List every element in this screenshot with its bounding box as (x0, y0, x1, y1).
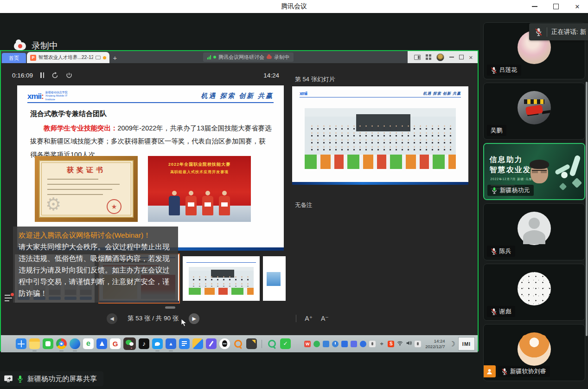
video-overlay-line1: 信息助力 (490, 155, 523, 165)
elapsed-timer: 0:16:09 (12, 72, 33, 79)
sogou-input-icon[interactable] (388, 341, 394, 347)
taskbar-app-icons (16, 337, 291, 350)
ppt-file-icon: P (30, 55, 36, 61)
blue-t-app-icon[interactable] (96, 338, 107, 349)
webinar-rules-text: 请大家共同维护大会秩序。会议过程中禁止出现违法违规、低俗色情、吸烟酗酒等内容，若… (19, 241, 173, 299)
file-explorer-icon[interactable] (29, 338, 40, 349)
new-tab-button[interactable]: + (109, 52, 121, 63)
webinar-notice-overlay: 欢迎进入腾讯会议网络研讨会(Webinar)！ 请大家共同维护大会秩序。会议过程… (13, 227, 178, 303)
chrome-icon[interactable] (56, 338, 67, 349)
annotation-list-icon[interactable] (5, 294, 13, 302)
sogou-search-icon[interactable] (233, 338, 243, 349)
edge-icon[interactable] (70, 338, 80, 349)
mic-muted-icon (491, 248, 497, 255)
green-tray-icon[interactable] (313, 341, 320, 347)
taskbar-clock[interactable]: 14:24 2022/12/7 (425, 338, 445, 349)
badge-row: 新疆软协刘睿 (484, 365, 550, 377)
blue-tray-icon[interactable] (323, 341, 329, 347)
speaking-now-label: 正在讲话: 新 (551, 28, 586, 36)
school-logo-subtext: 新疆移动信息学院 Xinjiang Mobile IT Institute (45, 91, 78, 101)
screen-share-frame: 首页 P 智慧农业人才培养...22-12-7) + 腾讯会议网络研讨会 录制中 (0, 50, 479, 351)
dark-notebook-icon[interactable] (246, 338, 257, 349)
meeting-app-area: 录制中 首页 P 智慧农业人才培养...22-12-7) + (0, 13, 588, 389)
close-button[interactable] (567, 0, 588, 13)
bluetooth-tray-icon[interactable] (360, 341, 366, 347)
blue-mountain-app-icon[interactable] (166, 338, 176, 349)
mountain-tray-icon[interactable] (341, 341, 348, 347)
douyin-icon[interactable] (139, 338, 149, 349)
grid-view-icon[interactable] (426, 54, 431, 60)
wifi-icon[interactable] (397, 341, 403, 347)
twitter-icon[interactable] (152, 338, 163, 349)
purple-pencil-app-icon[interactable] (206, 338, 217, 349)
font-decrease-button[interactable]: A⁻ (321, 315, 329, 322)
school-logo: xmii: 新疆移动信息学院 Xinjiang Mobile IT Instit… (27, 91, 78, 101)
default-avatar (518, 212, 551, 245)
network-signal-icon (207, 55, 211, 59)
filmstrip-drag-handle[interactable] (165, 306, 175, 309)
mic-muted-icon (491, 308, 497, 315)
tray-extra-icon[interactable] (415, 341, 421, 347)
pen-tray-icon[interactable] (351, 341, 357, 347)
thumbnail-slide-54[interactable] (183, 256, 260, 301)
clock-tray-icon[interactable] (332, 341, 339, 347)
doc-close-button[interactable] (469, 53, 473, 61)
participant-tile-liurui[interactable]: 新疆软协刘睿 (483, 324, 585, 381)
cloud-recording-icon (14, 42, 26, 50)
green-search-icon[interactable] (267, 338, 277, 349)
ime-target-icon[interactable] (378, 341, 385, 347)
software-store-icon[interactable] (280, 338, 291, 349)
name-badge: 新疆杨功元 (487, 185, 534, 196)
thumbnail-slide-55[interactable] (263, 256, 286, 301)
end-show-icon[interactable] (66, 72, 72, 78)
account-avatar[interactable] (436, 53, 444, 61)
reset-timer-icon[interactable] (51, 72, 58, 79)
green-chat-icon[interactable] (43, 338, 53, 349)
imi-logo[interactable]: IMI (458, 337, 475, 350)
banner-divider (547, 27, 547, 37)
microphone-tray-icon[interactable] (369, 341, 376, 347)
preview-motto: 机遇 探索 创新 共赢 (423, 91, 461, 96)
meeting-pill-status: 录制中 (274, 54, 289, 61)
participant-tile-yanggongyuan-speaking[interactable]: 信息助力 智慧农业发 2022年12月7日 新疆·乌鲁木齐 新疆杨功元 (483, 143, 585, 200)
competition-subtitle: 高职组嵌入式技术应用开发赛项 (148, 169, 251, 175)
recording-indicator: 录制中 (14, 40, 58, 52)
red-g-app-icon[interactable] (110, 338, 121, 349)
classroom-group-photo (305, 108, 456, 169)
slide-view-icon[interactable] (414, 55, 421, 60)
moon-mode-icon[interactable]: ☽ (449, 340, 455, 348)
nav-divider (296, 315, 296, 322)
minimize-button[interactable] (524, 0, 545, 13)
yellow-blue-app-icon[interactable] (192, 338, 203, 349)
font-increase-button[interactable]: A⁺ (305, 315, 313, 322)
slide-position-label: 第 53 张 / 共 90 张 (128, 314, 179, 323)
participant-tile-chenbing[interactable]: 陈兵 (483, 203, 585, 260)
online-dot-icon (213, 56, 216, 58)
volume-icon[interactable] (406, 340, 412, 347)
sidebar-scrollbar[interactable] (586, 82, 588, 336)
qq-icon[interactable] (219, 338, 230, 349)
meeting-status-pill[interactable]: 腾讯会议网络研讨会 录制中 (203, 52, 294, 62)
pause-timer-icon[interactable] (40, 72, 44, 78)
name-badge: 谢彪 (487, 306, 515, 317)
360-browser-icon[interactable] (83, 338, 94, 349)
tab-home[interactable]: 首页 (2, 53, 26, 63)
doc-restore-button[interactable] (459, 55, 464, 59)
wps-tray-icon[interactable] (304, 341, 311, 347)
doc-minimize-button[interactable] (449, 57, 454, 58)
participant-tile-wupeng[interactable]: 吴鹏 (483, 83, 585, 140)
award-winners-figures (148, 191, 251, 215)
wechat-icon[interactable] (123, 337, 136, 350)
prev-slide-button[interactable]: ◀ (107, 313, 117, 324)
wall-clock: 14:24 (263, 72, 279, 79)
participant-tile-xiebiao[interactable]: 谢彪 (483, 264, 585, 321)
webinar-welcome-line: 欢迎进入腾讯会议网络研讨会(Webinar)！ (19, 229, 173, 241)
tab-document[interactable]: P 智慧农业人才培养...22-12-7) (27, 52, 109, 63)
next-slide-button[interactable]: ▶ (189, 313, 199, 324)
maximize-button[interactable] (545, 0, 567, 13)
tencent-docs-icon[interactable] (179, 338, 190, 349)
windows-start-icon[interactable] (16, 338, 26, 349)
next-slide-preview: xmii 机遇 探索 创新 共赢 (292, 86, 468, 185)
shared-screen-stage: 录制中 首页 P 智慧农业人才培养...22-12-7) + (0, 13, 480, 389)
video-overlay-line2: 智慧农业发 (490, 165, 531, 175)
